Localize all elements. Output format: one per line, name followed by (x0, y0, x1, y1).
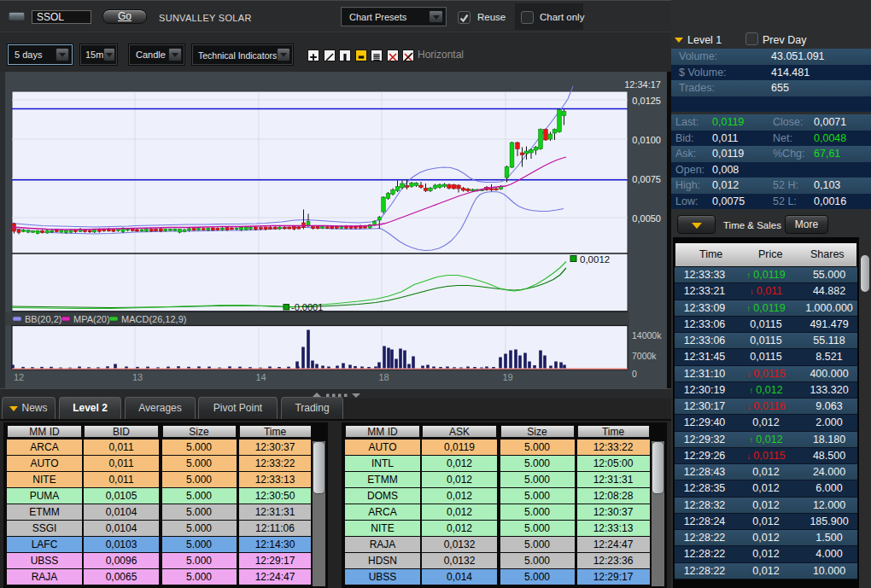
svg-text:MPA(20): MPA(20) (73, 314, 110, 324)
svg-text:7000k: 7000k (632, 351, 657, 361)
svg-text:12:34:17: 12:34:17 (624, 79, 661, 90)
svg-text:-0,0001: -0,0001 (291, 302, 323, 312)
svg-text:12: 12 (14, 372, 24, 382)
svg-text:0,0100: 0,0100 (632, 135, 661, 145)
svg-text:0,0012: 0,0012 (580, 254, 610, 265)
svg-text:BB(20,2): BB(20,2) (25, 314, 61, 324)
svg-text:0,0050: 0,0050 (632, 213, 661, 224)
svg-text:14: 14 (256, 372, 266, 382)
svg-text:18: 18 (379, 372, 389, 382)
svg-text:0,0075: 0,0075 (632, 174, 661, 184)
svg-text:13: 13 (132, 372, 143, 382)
svg-text:19: 19 (503, 372, 513, 382)
svg-text:14000k: 14000k (632, 330, 662, 341)
svg-text:0: 0 (632, 369, 637, 379)
svg-text:MACD(26,12,9): MACD(26,12,9) (121, 314, 186, 324)
svg-text:0,0125: 0,0125 (632, 96, 661, 106)
